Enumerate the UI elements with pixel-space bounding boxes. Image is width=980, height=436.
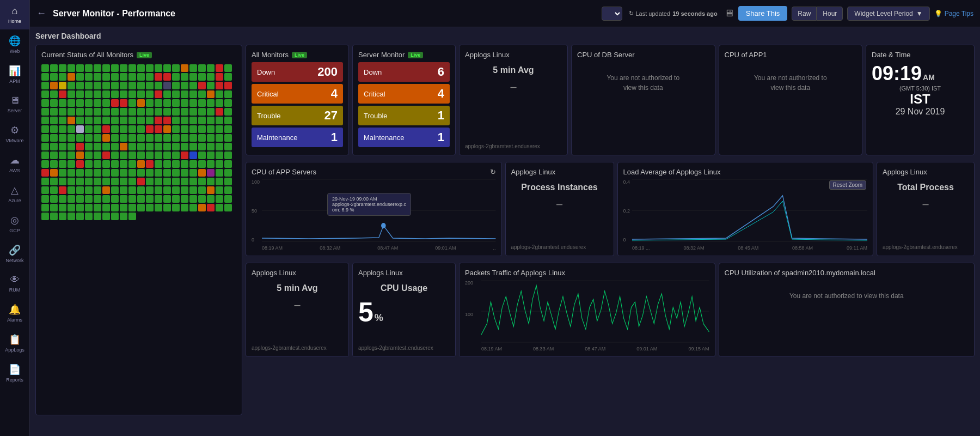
monitor-dot: [207, 178, 215, 185]
page-tips-button[interactable]: 💡 Page Tips: [934, 10, 973, 17]
monitor-dot: [68, 204, 75, 211]
monitor-dot: [94, 143, 101, 150]
sm-trouble-label: Trouble: [364, 112, 388, 120]
monitor-dot: [198, 169, 206, 177]
monitor-dot: [189, 195, 197, 203]
refresh-time: 19 seconds ago: [672, 10, 718, 17]
monitor-dot: [102, 204, 110, 211]
monitor-dot: [41, 186, 49, 194]
down-row: Down 200: [252, 62, 343, 82]
sidebar-item-reports[interactable]: 📄 Reports: [0, 358, 29, 388]
sub-row-1: All Monitors Live Down 200 Critical 4: [246, 45, 975, 155]
monitor-dot: [224, 186, 232, 194]
monitor-dot: [111, 160, 119, 168]
applogs-cpu-subtitle: CPU Usage: [358, 283, 450, 293]
monitor-dot: [181, 64, 188, 72]
monitor-dot: [128, 143, 136, 150]
monitor-dot: [163, 152, 171, 159]
refresh-text: Last updated: [636, 10, 671, 17]
alarms-icon: 🔔: [9, 304, 21, 316]
sidebar-item-alarms[interactable]: 🔔 Alarms: [0, 298, 29, 328]
monitor-dot: [163, 195, 171, 203]
critical-label: Critical: [257, 90, 279, 98]
monitor-dot: [68, 160, 75, 168]
tooltip-host: applogs-2gbramtest.enduserexp.c: [332, 202, 406, 207]
monitor-dot: [207, 73, 215, 81]
monitor-dot: [59, 73, 66, 81]
sidebar-item-apm[interactable]: 📊 APM: [0, 59, 29, 89]
monitor-dot: [189, 125, 197, 133]
monitor-dot: [102, 82, 110, 89]
sidebar-item-applogs[interactable]: 📋 AppLogs: [0, 328, 29, 358]
sidebar-item-home[interactable]: ⌂ Home: [0, 0, 29, 29]
applogs-5min-subtitle: 5 min Avg: [252, 283, 343, 293]
monitor-dot: [216, 169, 223, 177]
monitor-dot: [59, 82, 66, 89]
monitor-dot: [137, 108, 145, 116]
critical-count: 4: [331, 87, 338, 101]
monitor-dot: [68, 125, 75, 133]
monitor-dot: [207, 195, 215, 203]
server-monitor-widget: Server Monitor Live Down 6 Critical 4: [352, 45, 456, 155]
sidebar-item-azure[interactable]: △ Azure: [0, 179, 29, 209]
dashboard-selector[interactable]: [602, 7, 622, 21]
hour-button[interactable]: Hour: [817, 7, 843, 21]
monitor-dot: [102, 64, 110, 72]
widget-period-selector[interactable]: Widget Level Period ▼: [847, 7, 929, 21]
monitor-dot: [85, 117, 93, 124]
monitor-dot: [146, 204, 154, 211]
monitor-dot: [85, 64, 93, 72]
cpu-app-servers-refresh[interactable]: ↻: [490, 168, 496, 176]
monitor-dot: [189, 73, 197, 81]
sidebar-item-rum[interactable]: 👁 RUM: [0, 269, 29, 298]
monitor-dot: [76, 143, 84, 150]
monitor-dot: [85, 73, 93, 81]
right-column: All Monitors Live Down 200 Critical 4: [246, 45, 975, 415]
applogs-linux-1-widget: Applogs Linux 5 min Avg – applogs-2gbram…: [459, 45, 568, 155]
monitor-dot: [76, 186, 84, 194]
raw-button[interactable]: Raw: [792, 7, 817, 21]
monitor-dot: [198, 195, 206, 203]
monitor-dot: [68, 213, 75, 220]
monitor-dot: [216, 152, 223, 159]
monitor-dot: [224, 90, 232, 98]
monitor-dot: [198, 125, 206, 133]
sidebar-item-vmware[interactable]: ⚙ VMware: [0, 119, 29, 149]
grid-row-1: Current Status of All Monitors Live All …: [35, 45, 975, 415]
sidebar-item-network[interactable]: 🔗 Network: [0, 239, 29, 269]
back-button[interactable]: ←: [36, 8, 46, 19]
server-monitor-title: Server Monitor Live: [358, 51, 450, 59]
monitor-dot: [94, 213, 101, 220]
monitor-dot: [76, 213, 84, 220]
page-tips-label: Page Tips: [945, 10, 973, 17]
monitor-dot: [181, 186, 188, 194]
monitor-dot: [102, 160, 110, 168]
monitor-dot: [41, 125, 49, 133]
monitor-dot: [181, 152, 188, 159]
monitor-dot: [59, 90, 66, 98]
monitor-dot: [172, 73, 180, 81]
monitor-dot: [102, 117, 110, 124]
monitor-dot: [224, 64, 232, 72]
monitor-dot: [224, 160, 232, 168]
monitor-dot: [137, 73, 145, 81]
monitor-dot: [163, 160, 171, 168]
sm-trouble-row: Trouble 1: [358, 106, 450, 125]
share-button[interactable]: Share This: [738, 6, 788, 21]
monitor-dot: [163, 64, 171, 72]
reset-zoom-button[interactable]: Reset Zoom: [829, 180, 866, 190]
monitor-dot: [68, 134, 75, 142]
sidebar-item-web[interactable]: 🌐 Web: [0, 29, 29, 59]
sidebar-item-gcp[interactable]: ◎ GCP: [0, 209, 29, 239]
sub-row-3: Applogs Linux 5 min Avg – applogs-2gbram…: [246, 263, 975, 357]
sidebar-item-server[interactable]: 🖥 Server: [0, 89, 29, 119]
sidebar-item-aws[interactable]: ☁ AWS: [0, 149, 29, 179]
sm-critical-label: Critical: [364, 90, 385, 98]
monitor-dot: [50, 178, 58, 185]
monitor-dot: [50, 169, 58, 177]
maintenance-count: 1: [331, 130, 338, 144]
monitor-dot: [137, 90, 145, 98]
monitor-dot: [41, 204, 49, 211]
monitor-dot: [85, 213, 93, 220]
monitor-dot: [189, 178, 197, 185]
